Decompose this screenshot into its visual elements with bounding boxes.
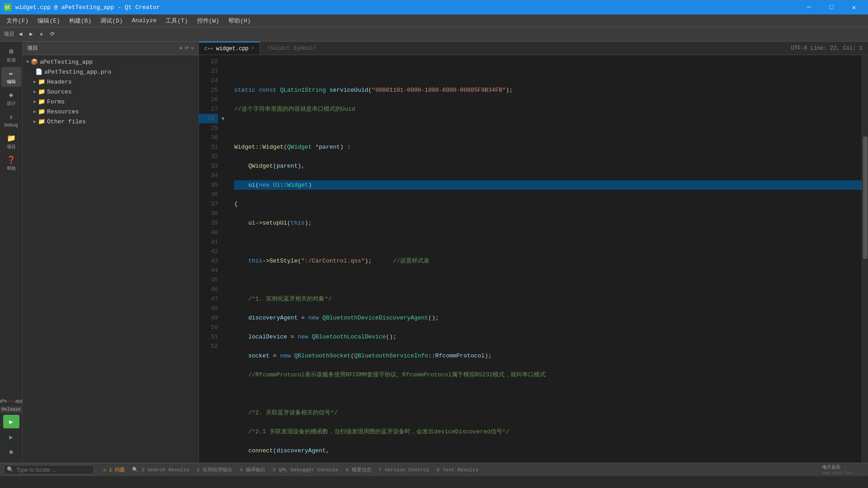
maximize-button[interactable]: □ [821, 0, 842, 14]
test-results-button[interactable]: 8 Test Results [437, 467, 478, 473]
code-line-34: /*1. 实例化蓝牙相关的对象*/ [234, 294, 862, 304]
line-num: 47 [199, 294, 218, 304]
window-title: widget.cpp @ aPetTesting_app - Qt Creato… [15, 4, 798, 11]
line-num: 51 [199, 332, 218, 342]
code-line-24: //这个字符串里面的内容就是串口模式的Uuid [234, 104, 862, 114]
title-bar: Qt widget.cpp @ aPetTesting_app - Qt Cre… [0, 0, 868, 14]
welcome-icon: ⊞ [9, 47, 14, 56]
issues-button[interactable]: ⚠ 1 问题 [103, 466, 125, 473]
line-num: 42 [199, 247, 218, 256]
qml-debugger-button[interactable]: 5 QML Debugger Console [273, 467, 338, 473]
menu-help[interactable]: 帮助(H) [224, 15, 255, 27]
run-debug-button[interactable]: ▶ [3, 430, 19, 444]
project-close-icon[interactable]: ✕ [191, 45, 194, 52]
tree-item-otherfiles[interactable]: ▶ 📁 Other files [23, 117, 198, 127]
code-line-39 [234, 389, 862, 399]
tab-close-button[interactable]: × [251, 46, 254, 51]
design-label: 设计 [7, 100, 16, 107]
sidebar-item-edit[interactable]: ✏ 编辑 [1, 67, 21, 87]
tab-bar: C++ widget.cpp × <Select Symbol> UTF-8 L… [199, 42, 868, 55]
version-control-button[interactable]: 7 Version Control [379, 467, 429, 473]
stop-button[interactable]: ■ [3, 446, 19, 459]
line-num: 49 [199, 313, 218, 323]
forms-arrow: ▶ [33, 99, 36, 104]
search-input-container: 🔍 [4, 465, 94, 474]
line-num: 43 [199, 256, 218, 266]
menu-controls[interactable]: 控件(W) [193, 15, 224, 27]
root-icon: 📦 [31, 58, 38, 66]
line-num: 23 [199, 66, 218, 76]
compile-output-button[interactable]: 4 编译输出 [240, 466, 265, 473]
sources-label: Sources [47, 89, 72, 95]
sidebar-item-welcome[interactable]: ⊞ 欢迎 [1, 45, 21, 65]
run-button[interactable]: ▶ [3, 415, 19, 428]
symbol-selector[interactable]: <Select Symbol> [260, 42, 786, 55]
project-panel: 项目 ⊕ ⟳ ✕ ▼ 📦 aPetTesting_app 📄 aPetTesti… [23, 42, 199, 463]
sidebar-item-help[interactable]: ❓ 帮助 [1, 154, 21, 174]
code-line-42: connect(discoveryAgent, [234, 446, 862, 455]
general-messages-button[interactable]: 6 概要信息 [345, 466, 371, 473]
code-line-33 [234, 275, 862, 285]
tree-item-forms[interactable]: ▶ 📁 Forms [23, 97, 198, 107]
project-sync-icon[interactable]: ⟳ [184, 45, 189, 52]
scroll-thumb[interactable] [863, 136, 868, 259]
vertical-scrollbar[interactable] [862, 55, 868, 463]
nav-back-button[interactable]: ◀ [16, 29, 25, 39]
search-input[interactable] [16, 467, 89, 473]
fold-arrow-28[interactable]: ▼ [222, 114, 229, 123]
close-button[interactable]: ✕ [844, 0, 864, 14]
tree-item-headers[interactable]: ▶ 📁 Headers [23, 77, 198, 87]
cpp-file-icon: C++ [204, 46, 213, 52]
line-num: 45 [199, 275, 218, 285]
code-line-22 [234, 66, 862, 76]
tree-item-sources[interactable]: ▶ 📁 Sources [23, 87, 198, 97]
filter-button[interactable]: ⊕ [37, 30, 45, 38]
line-num: 48 [199, 304, 218, 313]
menu-analyze[interactable]: Analyze [127, 15, 161, 26]
search-results-button[interactable]: 🔍 2 Search Results [132, 467, 189, 473]
code-line-27: QWidget(parent), [234, 161, 862, 171]
sidebar-item-project[interactable]: 📁 项目 [1, 132, 21, 152]
line-num: 52 [199, 342, 218, 351]
project-panel-header: 项目 ⊕ ⟳ ✕ [23, 42, 198, 55]
search-bar: 🔍 ⚠ 1 问题 🔍 2 Search Results 3 应用程序输出 4 编… [0, 463, 868, 476]
line-num: 22 [199, 57, 218, 66]
menu-file[interactable]: 文件(F) [2, 15, 33, 27]
welcome-label: 欢迎 [7, 57, 16, 63]
line-num: 34 [199, 171, 218, 180]
tree-item-pro[interactable]: 📄 aPetTesting_app.pro [23, 67, 198, 77]
code-line-26: Widget::Widget(QWidget *parent) : [234, 142, 862, 152]
project-icon-label: 项目 [7, 144, 16, 150]
tab-widget-cpp[interactable]: C++ widget.cpp × [199, 42, 260, 55]
menu-edit[interactable]: 编辑(E) [33, 15, 64, 27]
headers-label: Headers [47, 79, 72, 85]
design-icon: ◈ [9, 90, 14, 99]
help-icon: ❓ [7, 155, 16, 164]
encoding-label: UTF-8 Line: 22, Col: 1 [791, 45, 863, 52]
sidebar-item-debug[interactable]: ⚡ Debug [1, 110, 21, 130]
app-output-button[interactable]: 3 应用程序输出 [197, 466, 232, 473]
otherfiles-icon: 📁 [38, 118, 45, 125]
release-button[interactable]: Release [0, 406, 23, 413]
menu-build[interactable]: 构建(B) [65, 15, 96, 27]
fold-space [222, 104, 229, 114]
sidebar-item-design[interactable]: ◈ 设计 [1, 89, 21, 108]
test-results-label: 8 Test Results [437, 467, 478, 473]
menu-tools[interactable]: 工具(T) [161, 15, 192, 27]
app-output-label: 3 应用程序输出 [197, 467, 232, 473]
code-editor[interactable]: static const QLatin1String serviceUuid("… [229, 55, 862, 463]
line-num: 26 [199, 95, 218, 104]
nav-forward-button[interactable]: ▶ [27, 29, 35, 39]
tree-item-root[interactable]: ▼ 📦 aPetTesting_app [23, 57, 198, 67]
sync-button[interactable]: ⟳ [47, 29, 57, 39]
line-num: 25 [199, 85, 218, 95]
menu-debug[interactable]: 调试(D) [96, 15, 127, 27]
project-filter-icon[interactable]: ⊕ [179, 45, 183, 52]
tree-item-resources[interactable]: ▶ 📁 Resources [23, 107, 198, 117]
headers-icon: 📁 [38, 78, 45, 85]
project-icon: 📁 [7, 134, 16, 143]
help-label: 帮助 [7, 165, 16, 172]
minimize-button[interactable]: ─ [798, 0, 819, 14]
sources-arrow: ▶ [33, 89, 36, 94]
resources-icon: 📁 [38, 108, 45, 115]
